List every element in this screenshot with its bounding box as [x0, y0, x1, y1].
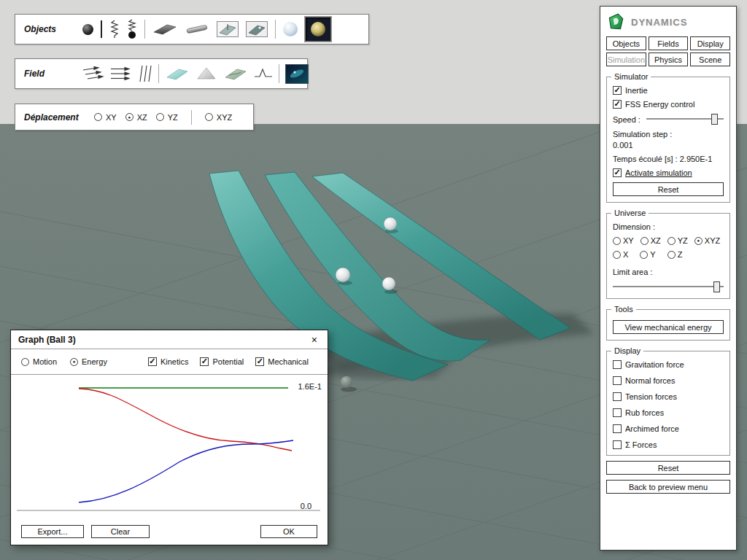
close-icon[interactable]: × — [309, 335, 320, 345]
nav-row-1: Objects Fields Display — [606, 36, 730, 50]
checkbox-box: ✓ — [148, 357, 157, 366]
dim-radio-yz[interactable]: YZ — [667, 236, 688, 245]
radio-circle — [667, 251, 676, 259]
radio-circle — [205, 113, 213, 121]
dim-radio-xy[interactable]: XY — [613, 236, 634, 245]
checkbox-tension-forces[interactable]: Tension forces — [613, 392, 724, 401]
export-button[interactable]: Export... — [21, 525, 84, 538]
field-lines-icon[interactable] — [110, 66, 132, 81]
radio-circle — [21, 358, 29, 366]
slider-thumb[interactable] — [713, 281, 720, 292]
rod-icon[interactable] — [185, 23, 209, 35]
checkbox-kinetics[interactable]: ✓ Kinetics — [148, 357, 189, 366]
universe-group-title: Universe — [611, 209, 649, 217]
deplacement-radio-xyz[interactable]: XYZ — [205, 113, 232, 122]
textured-plane-icon[interactable] — [217, 21, 239, 37]
checkbox-inertie[interactable]: ✓ Inertie — [613, 86, 724, 95]
brand-title: DYNAMICS — [631, 17, 687, 28]
graph-mode-motion[interactable]: Motion — [21, 357, 57, 366]
checkbox-label: Kinetics — [160, 357, 189, 366]
objects-toolbar-label: Objects — [15, 24, 82, 34]
elapsed-time: Temps écoulé [s] : 2.950E-1 — [613, 155, 724, 163]
speed-row: Speed : — [613, 114, 724, 125]
checkbox-fss-energy[interactable]: ✓ FSS Energy control — [613, 100, 724, 109]
ball-icon[interactable] — [82, 24, 93, 35]
radio-label: XZ — [651, 236, 661, 245]
energy-plot: 1.6E-1 0.0 — [11, 375, 328, 518]
checkbox-label: Normal forces — [625, 376, 675, 385]
clear-button[interactable]: Clear — [91, 525, 150, 538]
dark-field-icon[interactable] — [285, 64, 309, 84]
nav-physics-button[interactable]: Physics — [649, 52, 689, 66]
energy-plot-lines — [11, 375, 328, 518]
dim-radio-xz[interactable]: XZ — [640, 236, 661, 245]
nav-display-button[interactable]: Display — [690, 36, 730, 50]
nav-scene-button[interactable]: Scene — [690, 52, 730, 66]
glow-sphere-icon[interactable] — [305, 17, 331, 42]
graph-mode-energy[interactable]: ● Energy — [70, 357, 107, 366]
image-plane-icon[interactable] — [246, 21, 268, 37]
checkbox-potential[interactable]: ✓ Potential — [200, 357, 244, 366]
deplacement-radio-xy[interactable]: XY — [94, 113, 117, 122]
checkbox-normal-forces[interactable]: Normal forces — [613, 376, 724, 385]
radio-label: XY — [106, 113, 117, 122]
back-to-preview-menu-button[interactable]: Back to preview menu — [606, 480, 730, 494]
dimension-options-row1: XY XZ YZ ● XYZ — [613, 236, 724, 245]
checkbox-gravitation-force[interactable]: Gravitation force — [613, 360, 724, 369]
slider-track — [613, 286, 724, 287]
potential-line — [79, 440, 293, 502]
control-sidebar: DYNAMICS Objects Fields Display Simulati… — [600, 6, 737, 551]
graph-window-title: Graph (Ball 3) — [18, 335, 76, 345]
checkbox-label: Activate simulation — [625, 168, 692, 177]
radio-circle — [613, 251, 621, 259]
field-surface-icon[interactable] — [223, 66, 248, 81]
spring-ball-icon[interactable] — [127, 19, 137, 39]
nav-objects-button[interactable]: Objects — [606, 36, 646, 50]
sphere-3d-icon[interactable] — [283, 22, 298, 36]
dim-radio-z[interactable]: Z — [667, 250, 683, 259]
toolbar-separator — [144, 20, 145, 39]
checkbox-box: ✓ — [200, 357, 209, 366]
deplacement-radio-yz[interactable]: YZ — [156, 113, 178, 122]
plane-icon[interactable] — [152, 23, 177, 36]
checkbox-archimed-force[interactable]: Archimed force — [613, 424, 724, 433]
radio-circle — [156, 113, 164, 121]
spring-icon[interactable] — [109, 20, 120, 39]
parallel-lines-icon[interactable] — [138, 64, 152, 83]
brand: DYNAMICS — [600, 7, 736, 34]
checkbox-label: Σ Forces — [625, 440, 657, 449]
display-group: Display Gravitation force Normal forces … — [606, 351, 730, 456]
force-arrows-icon[interactable] — [82, 66, 104, 81]
checkbox-activate-simulation[interactable]: ✓ Activate simulation — [613, 168, 724, 177]
checkbox-box — [613, 424, 622, 433]
wave-icon[interactable] — [254, 67, 273, 80]
deplacement-label: Déplacement — [15, 112, 94, 122]
field-plane-icon[interactable] — [165, 66, 190, 81]
line-icon[interactable] — [101, 20, 102, 38]
display-reset-button[interactable]: Reset — [606, 461, 730, 475]
checkbox-label: Mechanical — [268, 357, 309, 366]
dim-radio-y[interactable]: Y — [640, 250, 655, 259]
slider-thumb[interactable] — [711, 114, 718, 125]
ok-button[interactable]: OK — [260, 525, 317, 538]
checkbox-sum-forces[interactable]: Σ Forces — [613, 440, 724, 449]
dynamics-logo-icon — [606, 12, 625, 31]
dim-radio-x[interactable]: X — [613, 250, 628, 259]
nav-fields-button[interactable]: Fields — [649, 36, 689, 50]
speed-slider[interactable] — [646, 114, 724, 125]
checkbox-label: Inertie — [625, 86, 648, 95]
graph-buttons: Export... Clear OK — [11, 518, 328, 545]
view-mechanical-energy-button[interactable]: View mechanical energy — [613, 320, 724, 334]
limit-area-slider[interactable] — [613, 281, 724, 292]
checkbox-mechanical[interactable]: ✓ Mechanical — [255, 357, 309, 366]
simulator-reset-button[interactable]: Reset — [613, 182, 724, 196]
checkbox-box — [613, 408, 622, 417]
step-label: Simulation step : — [613, 130, 724, 139]
y-max-label: 1.6E-1 — [298, 382, 322, 391]
field-pyramid-icon[interactable] — [196, 66, 217, 81]
dim-radio-xyz[interactable]: ● XYZ — [694, 236, 720, 245]
deplacement-radio-xz[interactable]: ● XZ — [125, 113, 147, 122]
graph-window-titlebar[interactable]: Graph (Ball 3) × — [11, 330, 328, 349]
glow-sphere-glyph — [311, 22, 325, 36]
checkbox-rub-forces[interactable]: Rub forces — [613, 408, 724, 417]
